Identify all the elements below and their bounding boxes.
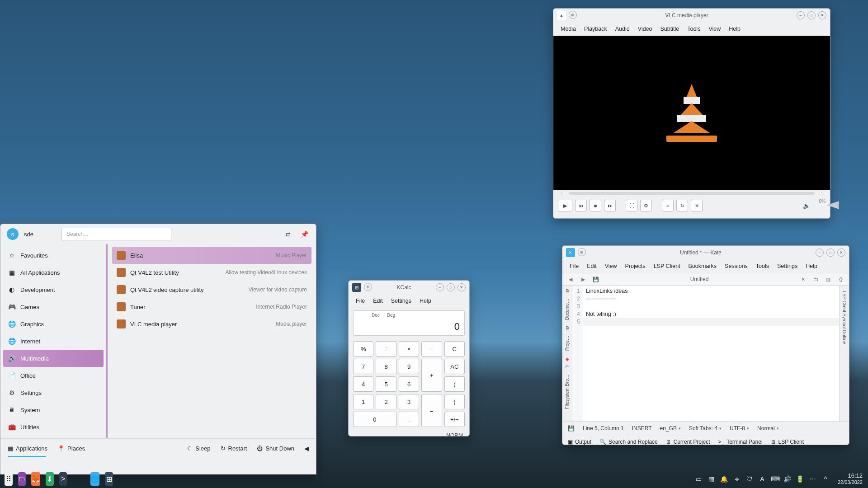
- tray-icon-5[interactable]: A: [758, 475, 766, 483]
- tray-icon-8[interactable]: 🔋: [796, 475, 804, 483]
- taskbar-web[interactable]: 🌐: [90, 472, 99, 486]
- power-shut-down[interactable]: ⏻ Shut Down: [257, 445, 294, 452]
- app-vlc-media-player[interactable]: VLC media playerMedia player: [112, 315, 311, 333]
- mute-icon[interactable]: 🔈: [803, 202, 810, 209]
- app-tuner[interactable]: TunerInternet Radio Player: [112, 298, 311, 315]
- language[interactable]: en_GB ▾: [660, 425, 681, 432]
- sidebar-filesystem[interactable]: Filesystem Bro…: [565, 372, 570, 412]
- menu-settings[interactable]: Settings: [387, 296, 415, 306]
- tray-icon-10[interactable]: ^: [821, 475, 830, 483]
- menu-sessions[interactable]: Sessions: [721, 261, 751, 271]
- key-+/−[interactable]: +/−: [444, 412, 465, 427]
- menu-edit[interactable]: Edit: [583, 261, 600, 271]
- key-×[interactable]: ×: [399, 341, 419, 357]
- category-development[interactable]: ◐Development: [3, 281, 104, 298]
- tool-output[interactable]: ▣Output: [568, 439, 591, 445]
- menu-tools[interactable]: Tools: [684, 24, 704, 34]
- encoding[interactable]: UTF-8 ▾: [730, 425, 749, 432]
- close-button[interactable]: ✕: [458, 283, 466, 291]
- tab-back-icon[interactable]: ◀: [566, 277, 575, 282]
- key-5[interactable]: 5: [376, 376, 396, 392]
- git-icon[interactable]: ◆: [566, 357, 569, 361]
- key-7[interactable]: 7: [353, 359, 373, 374]
- tray-icon-0[interactable]: ▭: [695, 475, 703, 483]
- key-÷[interactable]: ÷: [376, 341, 396, 357]
- key-.[interactable]: .: [399, 412, 419, 427]
- editor-area[interactable]: LinuxLinks ideas---------------- Not tel…: [583, 286, 839, 421]
- tray-icon-3[interactable]: ⎆: [733, 475, 741, 483]
- taskbar-files[interactable]: 🗀: [18, 472, 26, 486]
- menu-media[interactable]: Media: [557, 24, 580, 34]
- fullscreen-button[interactable]: ⛶: [626, 200, 637, 211]
- category-settings[interactable]: ⚙Settings: [3, 384, 104, 401]
- key-4[interactable]: 4: [353, 376, 373, 392]
- menu-help[interactable]: Help: [416, 296, 435, 306]
- key-+[interactable]: +: [421, 359, 442, 392]
- app-elisa[interactable]: ElisaMusic Player: [112, 247, 311, 264]
- menu-video[interactable]: Video: [634, 24, 656, 34]
- tool-current-project[interactable]: 🗎Current Project: [666, 439, 710, 445]
- category-utilities[interactable]: 🧰Utilities: [3, 418, 104, 436]
- category-all-applications[interactable]: ▦All Applications: [3, 264, 104, 281]
- tray-icon-7[interactable]: 🔊: [783, 475, 792, 483]
- projects-icon[interactable]: 🗎: [565, 325, 570, 330]
- cursor-pos[interactable]: Line 5, Column 1: [583, 425, 624, 432]
- menu-audio[interactable]: Audio: [612, 24, 633, 34]
- category-games[interactable]: 🎮Games: [3, 298, 104, 315]
- tray-icon-2[interactable]: 🔔: [720, 475, 728, 483]
- key-%[interactable]: %: [353, 341, 373, 357]
- category-graphics[interactable]: 🌐Graphics: [3, 315, 104, 333]
- fs-icon[interactable]: 🗀: [565, 364, 570, 369]
- menu-projects[interactable]: Projects: [622, 261, 649, 271]
- taskbar-terminal[interactable]: >: [59, 472, 67, 486]
- minimize-button[interactable]: –: [797, 11, 805, 19]
- app-qt-v4l2-video-capture-utility[interactable]: Qt V4L2 video capture utilityViewer for …: [112, 281, 311, 298]
- menu-view[interactable]: View: [705, 24, 724, 34]
- footer-places[interactable]: 📍 Places: [57, 445, 85, 452]
- maximize-button[interactable]: ○: [447, 283, 455, 291]
- category-favourites[interactable]: ☆Favourites: [3, 247, 104, 264]
- folder-icon[interactable]: 🗀: [811, 277, 820, 282]
- clock[interactable]: 16:12 22/03/2022: [838, 473, 863, 485]
- tray-icon-1[interactable]: ▦: [708, 475, 716, 483]
- sidebar-projects[interactable]: Proje…: [565, 333, 570, 353]
- tray-icon-9[interactable]: ⋯: [809, 475, 817, 483]
- next-button[interactable]: ⏭: [604, 200, 616, 211]
- config-icon[interactable]: ⇄: [283, 229, 293, 239]
- keep-above-icon[interactable]: ⊕: [578, 248, 586, 256]
- tab-title[interactable]: Untitled: [604, 276, 795, 282]
- menu-settings[interactable]: Settings: [774, 261, 801, 271]
- close-button[interactable]: ✕: [837, 249, 845, 257]
- menu-tools[interactable]: Tools: [752, 261, 773, 271]
- app-qt-v4l2-test-utility[interactable]: Qt V4L2 test UtilityAllow testing Video4…: [112, 264, 311, 281]
- menu-file[interactable]: File: [566, 261, 582, 271]
- menu-help[interactable]: Help: [725, 24, 744, 34]
- key-−[interactable]: −: [421, 341, 442, 357]
- seek-slider[interactable]: [569, 192, 815, 195]
- keep-above-icon[interactable]: ⊕: [569, 11, 577, 19]
- save-icon[interactable]: 💾: [568, 425, 575, 432]
- playlist-button[interactable]: ≡: [662, 200, 674, 211]
- tray-icon-6[interactable]: ⌨: [771, 475, 779, 483]
- play-button[interactable]: ▶: [558, 200, 572, 211]
- tool-lsp-client[interactable]: 🗎LSP Client: [771, 439, 804, 445]
- key-8[interactable]: 8: [376, 359, 396, 374]
- sidebar-documents[interactable]: Docume…: [565, 296, 570, 323]
- category-system[interactable]: 🖥System: [3, 401, 104, 418]
- maximize-button[interactable]: ○: [826, 249, 835, 257]
- volume-slider[interactable]: [813, 200, 839, 211]
- key-1[interactable]: 1: [353, 394, 373, 409]
- tool-terminal-panel[interactable]: >_Terminal Panel: [718, 439, 762, 445]
- menu-playback[interactable]: Playback: [580, 24, 611, 34]
- power-restart[interactable]: ↻ Restart: [221, 445, 247, 452]
- stop-button[interactable]: ■: [590, 200, 601, 211]
- category-office[interactable]: 📄Office: [3, 367, 104, 384]
- sidebar-lsp-outline[interactable]: LSP Client Symbol Outline: [842, 288, 847, 347]
- minimize-button[interactable]: –: [816, 249, 824, 257]
- key-AC[interactable]: AC: [444, 359, 465, 374]
- prev-button[interactable]: ⏮: [575, 200, 587, 211]
- power-sleep[interactable]: ☾ Sleep: [187, 445, 210, 452]
- maximize-button[interactable]: ○: [807, 11, 816, 19]
- keep-above-icon[interactable]: ⊕: [364, 283, 372, 291]
- loop-button[interactable]: ↻: [676, 200, 688, 211]
